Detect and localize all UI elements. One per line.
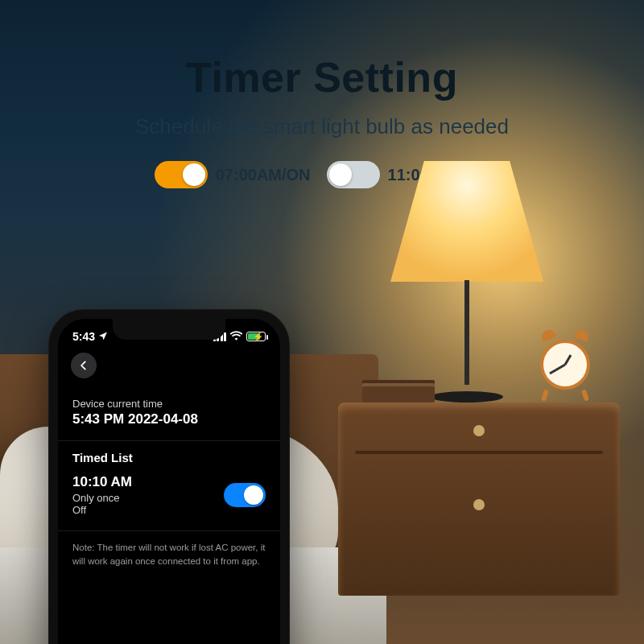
device-time-section: Device current time 5:43 PM 2022-04-08 xyxy=(58,390,280,436)
phone-mockup: 5:43 ⚡ xyxy=(48,309,290,644)
timer-entry-repeat: Only once xyxy=(72,492,132,504)
timed-list-header: Timed List xyxy=(58,446,280,466)
schedule-off-toggle[interactable] xyxy=(327,161,380,188)
alarm-clock xyxy=(535,328,596,401)
page-title: Timer Setting xyxy=(0,53,644,101)
timer-entry-time: 10:10 AM xyxy=(72,474,132,490)
schedule-toggle-row: 07:00AM/ON 11:00PM/OFF xyxy=(0,161,644,188)
timer-entry-row[interactable]: 10:10 AM Only once Off xyxy=(58,466,280,526)
wifi-icon xyxy=(230,330,242,343)
status-time: 5:43 xyxy=(72,330,95,343)
device-time-label: Device current time xyxy=(72,398,266,410)
table-lamp xyxy=(386,161,547,402)
location-icon xyxy=(98,330,108,343)
nightstand xyxy=(338,402,620,596)
timer-entry-toggle[interactable] xyxy=(224,483,266,507)
timer-note: Note: The timer will not work if lost AC… xyxy=(58,536,280,572)
divider xyxy=(58,530,280,531)
page-subtitle: Schedule the smart light bulb as needed xyxy=(0,114,644,139)
phone-notch xyxy=(113,319,225,340)
bedroom-scene: Timer Setting Schedule the smart light b… xyxy=(0,0,644,644)
schedule-on-toggle[interactable] xyxy=(155,161,208,188)
timer-entry-action: Off xyxy=(72,504,132,516)
books xyxy=(362,386,435,402)
phone-screen: 5:43 ⚡ xyxy=(58,319,280,644)
divider xyxy=(58,440,280,441)
device-time-value: 5:43 PM 2022-04-08 xyxy=(72,411,266,427)
back-button[interactable] xyxy=(71,353,97,378)
schedule-on-label: 07:00AM/ON xyxy=(216,166,311,184)
schedule-on-group: 07:00AM/ON xyxy=(155,161,311,188)
chevron-left-icon xyxy=(78,360,89,371)
battery-icon: ⚡ xyxy=(246,332,266,341)
app-header xyxy=(58,346,280,390)
